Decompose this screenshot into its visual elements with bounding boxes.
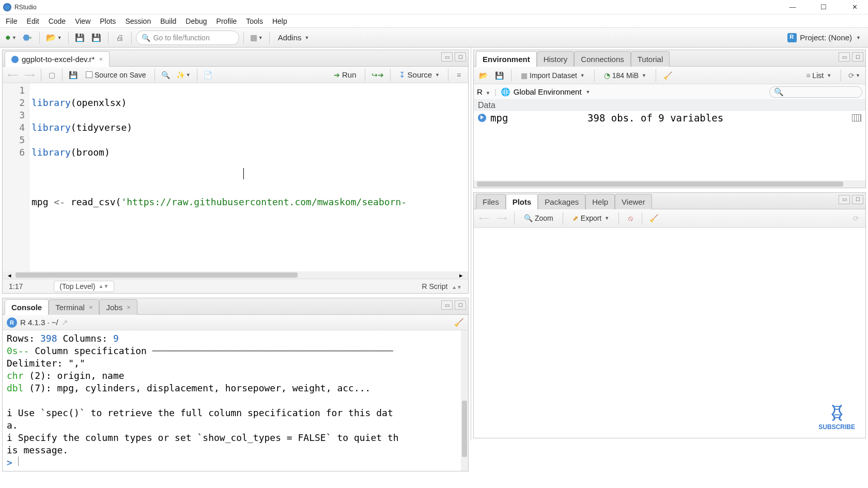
- scrollbar-thumb[interactable]: [462, 401, 467, 457]
- source-button[interactable]: ↧ Source ▼: [395, 69, 444, 81]
- scope-selector[interactable]: (Top Level) ▲▼: [54, 281, 114, 292]
- menu-code[interactable]: Code: [44, 16, 70, 27]
- tab-viewer[interactable]: Viewer: [615, 194, 652, 209]
- load-workspace-button[interactable]: 📂: [477, 69, 490, 82]
- code-text[interactable]: library(openxlsx) library(tidyverse) lib…: [29, 83, 468, 271]
- find-button[interactable]: 🔍: [159, 69, 172, 81]
- pane-minimize-button[interactable]: ▭: [441, 52, 453, 62]
- pane-minimize-button[interactable]: ▭: [441, 300, 453, 310]
- clear-workspace-button[interactable]: 🧹: [661, 69, 674, 82]
- tab-jobs[interactable]: Jobs×: [99, 299, 137, 315]
- menu-tools[interactable]: Tools: [241, 16, 268, 27]
- console-output[interactable]: Rows: 398 Columns: 9 0s-- Column specifi…: [3, 330, 468, 471]
- refresh-button[interactable]: ⟳▼: [846, 69, 862, 82]
- new-file-button[interactable]: ●▼: [3, 30, 19, 45]
- plots-canvas: SUBSCRIBE: [474, 228, 865, 438]
- env-tabrow: Environment History Connections Tutorial…: [474, 50, 865, 67]
- import-label: Import Dataset: [530, 71, 577, 80]
- print-button[interactable]: 🖨: [113, 30, 127, 45]
- menu-debug[interactable]: Debug: [181, 16, 211, 27]
- list-view-button[interactable]: ≡ List ▼: [802, 69, 835, 82]
- expand-icon[interactable]: [478, 114, 486, 122]
- tab-plots[interactable]: Plots: [506, 194, 538, 209]
- menu-session[interactable]: Session: [120, 16, 156, 27]
- pane-minimize-button[interactable]: ▭: [839, 195, 850, 204]
- source-file-tab[interactable]: ggplot-to-excel-dev.r* ×: [5, 51, 110, 67]
- pane-maximize-button[interactable]: ☐: [455, 52, 466, 62]
- tab-console[interactable]: Console: [5, 299, 49, 315]
- menu-file[interactable]: File: [1, 16, 22, 27]
- run-button[interactable]: ➔ Run: [330, 69, 361, 81]
- zoom-button[interactable]: 🔍 Zoom: [520, 212, 557, 224]
- show-in-new-window-button[interactable]: ▢: [45, 69, 58, 81]
- view-table-button[interactable]: [852, 114, 861, 121]
- env-scope-selector[interactable]: 🌐 Global Environment ▼: [501, 87, 591, 97]
- plot-prev-button[interactable]: ⟵: [477, 212, 491, 224]
- menu-build[interactable]: Build: [156, 16, 181, 27]
- editor-hscrollbar[interactable]: ◂▸: [3, 271, 468, 279]
- tab-files[interactable]: Files: [476, 194, 506, 209]
- console-vscrollbar[interactable]: [461, 330, 468, 471]
- memory-button[interactable]: ◔ 184 MiB ▼: [600, 69, 650, 82]
- env-search-input[interactable]: 🔍: [769, 86, 862, 98]
- close-tab-button[interactable]: ×: [89, 303, 93, 311]
- close-button[interactable]: ✕: [844, 2, 865, 12]
- magic-wand-button[interactable]: ✨▼: [174, 69, 193, 81]
- menu-help[interactable]: Help: [268, 16, 292, 27]
- save-button[interactable]: 💾: [73, 30, 87, 45]
- tab-environment[interactable]: Environment: [476, 51, 537, 67]
- plot-next-button[interactable]: ⟶: [494, 212, 509, 224]
- tab-history[interactable]: History: [537, 51, 575, 67]
- notebook-button[interactable]: 📄: [202, 69, 214, 81]
- env-hscrollbar[interactable]: [474, 180, 865, 188]
- minimize-button[interactable]: —: [782, 2, 803, 12]
- save-workspace-button[interactable]: 💾: [493, 69, 506, 82]
- scrollbar-thumb[interactable]: [16, 272, 298, 278]
- menu-edit[interactable]: Edit: [22, 16, 44, 27]
- tab-tutorial[interactable]: Tutorial: [631, 51, 670, 67]
- menu-view[interactable]: View: [70, 16, 95, 27]
- goto-file-input[interactable]: 🔍 Go to file/function: [136, 30, 239, 45]
- language-selector[interactable]: R Script ▲▼: [422, 282, 462, 291]
- pane-maximize-button[interactable]: ☐: [852, 52, 863, 62]
- tab-help[interactable]: Help: [585, 194, 615, 209]
- clear-plots-button[interactable]: 🧹: [647, 212, 660, 224]
- memory-label: 184 MiB: [612, 71, 639, 80]
- pane-maximize-button[interactable]: ☐: [852, 195, 863, 204]
- scrollbar-thumb[interactable]: [477, 181, 843, 187]
- rerun-button[interactable]: ↪➔: [369, 69, 386, 81]
- grid-button[interactable]: ▦▼: [248, 30, 265, 45]
- addins-menu[interactable]: Addins ▼: [274, 30, 314, 45]
- close-tab-button[interactable]: ×: [99, 55, 103, 63]
- maximize-button[interactable]: ☐: [813, 2, 834, 12]
- remove-plot-button[interactable]: ⦸: [624, 212, 637, 224]
- tab-packages[interactable]: Packages: [538, 194, 585, 209]
- source-on-save-checkbox[interactable]: Source on Save: [82, 69, 150, 81]
- plots-toolbar: ⟵ ⟶ 🔍 Zoom ⬈ Export ▼ ⦸ 🧹 ⟳: [474, 209, 865, 228]
- save-file-button[interactable]: 💾: [67, 69, 80, 81]
- clear-console-button[interactable]: 🧹: [454, 318, 464, 327]
- refresh-plot-button[interactable]: ⟳: [850, 212, 862, 224]
- export-button[interactable]: ⬈ Export ▼: [568, 212, 613, 224]
- close-tab-button[interactable]: ×: [127, 303, 131, 311]
- pane-minimize-button[interactable]: ▭: [839, 52, 850, 62]
- env-lang-selector[interactable]: R ▼: [477, 87, 490, 96]
- env-row[interactable]: mpg 398 obs. of 9 variables: [474, 111, 865, 125]
- menu-plots[interactable]: Plots: [95, 16, 120, 27]
- outline-button[interactable]: ≡: [453, 69, 465, 81]
- project-menu[interactable]: Project: (None) ▼: [787, 33, 865, 42]
- tab-terminal[interactable]: Terminal×: [49, 299, 99, 315]
- memory-icon: ◔: [604, 71, 610, 80]
- popout-icon[interactable]: ↗: [61, 318, 68, 327]
- menu-profile[interactable]: Profile: [212, 16, 242, 27]
- pane-maximize-button[interactable]: ☐: [455, 300, 466, 310]
- new-project-button[interactable]: ⬣＋: [21, 30, 35, 45]
- import-dataset-button[interactable]: ▦ Import Dataset ▼: [517, 69, 589, 82]
- open-file-button[interactable]: 📂▼: [44, 30, 64, 45]
- save-all-button[interactable]: 💾: [89, 30, 104, 45]
- tab-connections[interactable]: Connections: [574, 51, 630, 67]
- env-lang-label: R: [477, 87, 483, 96]
- nav-forward-button[interactable]: ⟶: [22, 69, 37, 81]
- code-editor[interactable]: 123456 library(openxlsx) library(tidyver…: [3, 83, 468, 271]
- nav-back-button[interactable]: ⟵: [6, 69, 20, 81]
